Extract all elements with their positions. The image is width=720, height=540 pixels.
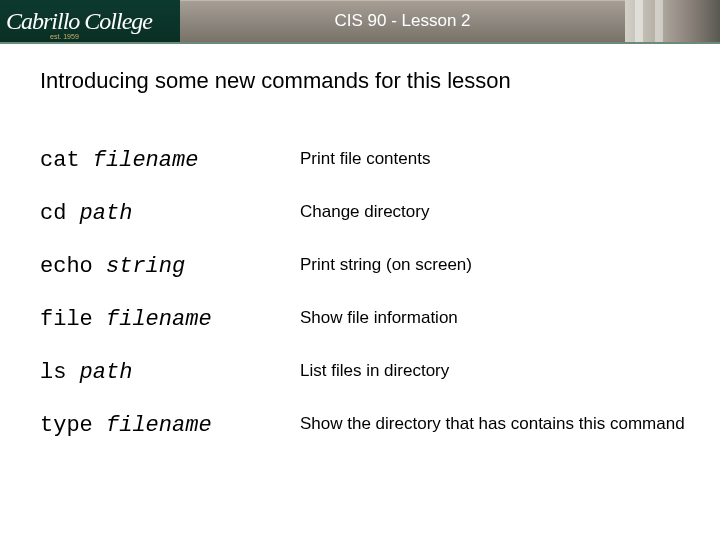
command-name: file [40, 307, 93, 332]
command-arg: path [80, 360, 133, 385]
command-name: type [40, 413, 93, 438]
table-row: cat filename Print file contents [40, 134, 690, 187]
command-cell: echo string [40, 240, 300, 293]
header-bar: Cabrillo College est. 1959 CIS 90 - Less… [0, 0, 720, 42]
command-name: cd [40, 201, 66, 226]
command-table: cat filename Print file contents cd path… [40, 134, 690, 452]
table-row: type filename Show the directory that ha… [40, 399, 690, 452]
command-arg: filename [106, 307, 212, 332]
description-cell: Print file contents [300, 134, 690, 187]
command-cell: ls path [40, 346, 300, 399]
table-row: file filename Show file information [40, 293, 690, 346]
description-cell: List files in directory [300, 346, 690, 399]
header-photo [625, 0, 720, 42]
intro-heading: Introducing some new commands for this l… [40, 68, 690, 94]
title-section: CIS 90 - Lesson 2 [180, 0, 625, 42]
table-row: cd path Change directory [40, 187, 690, 240]
table-row: ls path List files in directory [40, 346, 690, 399]
command-cell: file filename [40, 293, 300, 346]
college-logo-est: est. 1959 [50, 33, 79, 40]
description-cell: Show the directory that has contains thi… [300, 399, 690, 452]
command-name: echo [40, 254, 93, 279]
command-cell: cd path [40, 187, 300, 240]
description-cell: Show file information [300, 293, 690, 346]
command-name: cat [40, 148, 80, 173]
logo-section: Cabrillo College est. 1959 [0, 0, 180, 42]
table-row: echo string Print string (on screen) [40, 240, 690, 293]
description-cell: Print string (on screen) [300, 240, 690, 293]
college-logo-text: Cabrillo College [6, 8, 152, 35]
command-arg: filename [93, 148, 199, 173]
command-arg: string [106, 254, 185, 279]
slide-content: Introducing some new commands for this l… [0, 44, 720, 472]
command-name: ls [40, 360, 66, 385]
command-cell: cat filename [40, 134, 300, 187]
command-cell: type filename [40, 399, 300, 452]
command-arg: filename [106, 413, 212, 438]
slide-title: CIS 90 - Lesson 2 [334, 11, 470, 31]
description-cell: Change directory [300, 187, 690, 240]
command-arg: path [80, 201, 133, 226]
